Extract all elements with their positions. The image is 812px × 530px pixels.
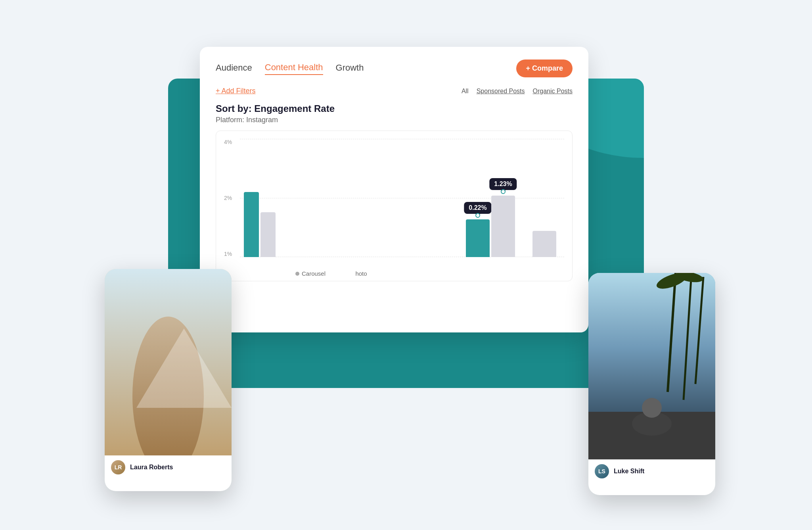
bar-carousel-gray: 1.23% xyxy=(491,196,515,257)
left-photo-decoration xyxy=(105,269,232,455)
right-card-footer: LS Luke Shift xyxy=(588,459,715,483)
profile-card-right: LS Luke Shift xyxy=(588,273,715,495)
sort-info: Sort by: Engagement Rate Platform: Insta… xyxy=(216,103,573,124)
label-carousel: Carousel xyxy=(279,270,342,277)
bar-1-gray xyxy=(260,212,276,257)
bar-carousel-teal: 0.22% xyxy=(466,219,490,257)
filter-organic[interactable]: Organic Posts xyxy=(533,88,573,95)
tooltip-123: 1.23% xyxy=(489,178,517,190)
label-photo: hoto xyxy=(345,270,377,277)
left-card-footer: LR Laura Roberts xyxy=(105,455,232,479)
y-axis: 4% 2% 1% xyxy=(224,139,232,257)
tooltip-022: 0.22% xyxy=(464,202,491,214)
right-photo-decoration xyxy=(588,273,715,459)
bars-container: 0.22% 1.23% xyxy=(244,139,564,257)
sort-subtitle: Platform: Instagram xyxy=(216,116,573,124)
sort-title: Sort by: Engagement Rate xyxy=(216,103,573,114)
tab-audience[interactable]: Audience xyxy=(216,63,252,75)
tab-growth[interactable]: Growth xyxy=(336,63,364,75)
bar-group-1 xyxy=(244,139,463,257)
tooltip-dot-123 xyxy=(501,189,506,194)
left-card-name: Laura Roberts xyxy=(130,464,173,471)
main-scene: Audience Content Health Growth + Compare… xyxy=(128,47,684,483)
filter-tags: All Sponsored Posts Organic Posts xyxy=(462,88,573,95)
chart-labels: Carousel hoto xyxy=(244,270,564,277)
filter-row: + Add Filters All Sponsored Posts Organi… xyxy=(216,87,573,95)
bar-1-teal xyxy=(244,192,259,257)
main-panel: Audience Content Health Growth + Compare… xyxy=(200,47,588,332)
tooltip-dot-022 xyxy=(475,213,480,218)
profile-card-left: LR Laura Roberts xyxy=(105,269,232,491)
right-card-name: Luke Shift xyxy=(614,468,644,475)
bar-photo-gray xyxy=(532,231,556,257)
compare-button[interactable]: + Compare xyxy=(516,60,573,77)
left-photo xyxy=(105,269,232,455)
tab-content-health[interactable]: Content Health xyxy=(265,62,323,75)
photo-label: hoto xyxy=(355,270,367,277)
carousel-dot xyxy=(295,272,299,276)
nav-tabs: Audience Content Health Growth + Compare xyxy=(216,60,573,77)
y-label-1: 1% xyxy=(224,251,232,257)
filter-all[interactable]: All xyxy=(462,88,469,95)
bar-group-carousel: 0.22% 1.23% xyxy=(466,139,529,257)
right-photo xyxy=(588,273,715,459)
svg-point-12 xyxy=(642,398,662,418)
y-label-2: 2% xyxy=(224,195,232,201)
bar-group-photo xyxy=(532,139,564,257)
add-filters-button[interactable]: + Add Filters xyxy=(216,87,256,95)
y-label-4: 4% xyxy=(224,139,232,145)
left-avatar: LR xyxy=(111,460,125,474)
carousel-label: Carousel xyxy=(302,270,326,277)
chart-area: 4% 2% 1% xyxy=(216,131,573,281)
tabs-container: Audience Content Health Growth xyxy=(216,62,364,75)
filter-sponsored[interactable]: Sponsored Posts xyxy=(477,88,525,95)
right-avatar: LS xyxy=(595,464,609,478)
